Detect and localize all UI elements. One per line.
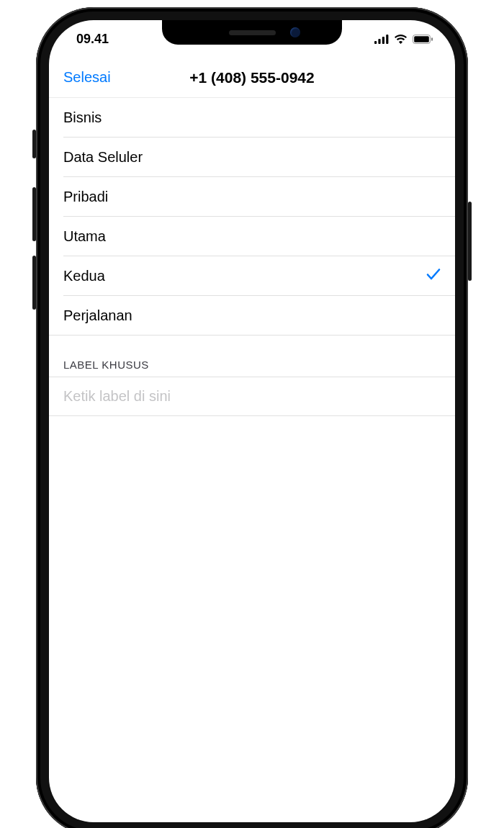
phone-frame: 09.41 (36, 7, 468, 828)
label-option-pribadi[interactable]: Pribadi (49, 177, 455, 217)
label-option-kedua[interactable]: Kedua (49, 256, 455, 296)
custom-label-input[interactable] (63, 388, 441, 405)
svg-rect-0 (374, 41, 377, 44)
label-list: Bisnis Data Seluler Pribadi Utama Kedua (49, 98, 455, 336)
svg-rect-2 (382, 37, 384, 44)
label-option-perjalanan[interactable]: Perjalanan (49, 296, 455, 336)
notch (162, 20, 342, 45)
custom-label-cell[interactable] (49, 377, 455, 416)
mute-switch (32, 130, 36, 158)
volume-down-button (32, 256, 36, 310)
label-option-text: Perjalanan (63, 307, 132, 324)
speaker-grille (229, 30, 276, 35)
checkmark-icon (426, 268, 441, 284)
custom-label-header: LABEL KHUSUS (49, 336, 455, 377)
svg-rect-6 (431, 37, 433, 41)
label-option-text: Bisnis (63, 109, 102, 126)
volume-up-button (32, 187, 36, 241)
svg-rect-1 (378, 39, 380, 44)
side-button (468, 202, 472, 281)
nav-title: +1 (408) 555-0942 (62, 69, 442, 86)
label-option-text: Pribadi (63, 189, 108, 205)
front-camera (290, 27, 300, 37)
nav-bar: Selesai +1 (408) 555-0942 (49, 58, 455, 98)
status-time: 09.41 (76, 32, 109, 47)
status-indicators (374, 35, 433, 44)
svg-rect-3 (386, 35, 388, 44)
label-option-data-seluler[interactable]: Data Seluler (49, 138, 455, 177)
label-option-text: Utama (63, 228, 106, 245)
label-option-utama[interactable]: Utama (49, 217, 455, 256)
battery-icon (413, 35, 433, 44)
screen: 09.41 (49, 20, 455, 822)
cellular-signal-icon (374, 35, 389, 44)
label-option-bisnis[interactable]: Bisnis (49, 98, 455, 138)
label-option-text: Kedua (63, 268, 105, 284)
wifi-icon (394, 35, 408, 44)
svg-rect-5 (414, 36, 429, 42)
done-button[interactable]: Selesai (63, 69, 111, 86)
label-option-text: Data Seluler (63, 149, 143, 166)
